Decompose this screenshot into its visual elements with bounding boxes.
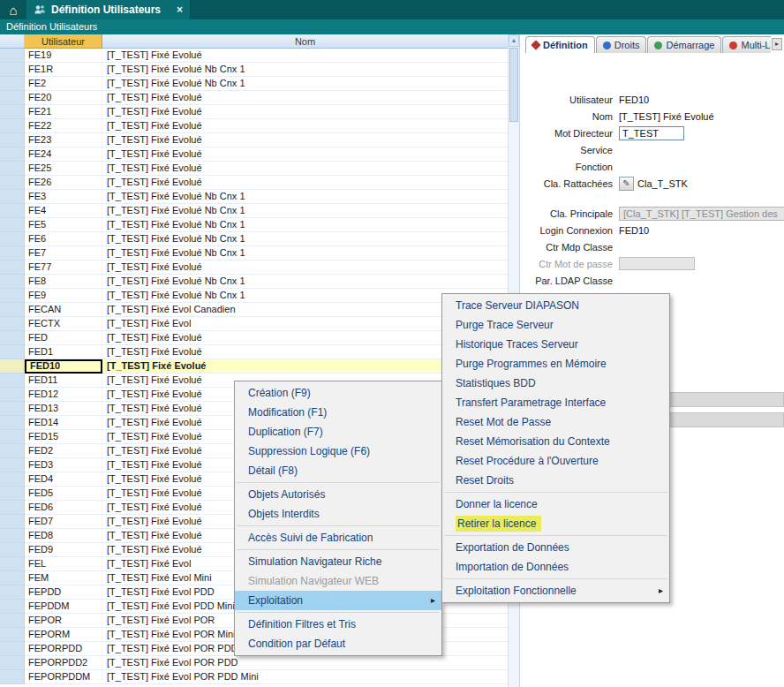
row-gutter[interactable]: [0, 529, 25, 543]
cell-utilisateur[interactable]: FED11: [25, 374, 102, 388]
cell-nom[interactable]: [T_TEST] Fixé Evol POR PDD: [102, 656, 508, 670]
row-gutter[interactable]: [0, 147, 25, 162]
row-gutter[interactable]: [0, 105, 25, 119]
row-gutter[interactable]: [0, 246, 25, 260]
table-row[interactable]: FE20[T_TEST] Fixé Evolué: [0, 91, 508, 105]
cell-nom[interactable]: [T_TEST] Fixé Evolué Nb Cnx 1: [102, 204, 508, 218]
cell-utilisateur[interactable]: FED: [25, 331, 102, 345]
field-input[interactable]: T_TEST: [619, 126, 684, 140]
row-gutter[interactable]: [0, 472, 25, 487]
row-gutter[interactable]: [0, 176, 25, 190]
row-gutter[interactable]: [0, 49, 25, 63]
row-gutter[interactable]: [0, 359, 25, 374]
cell-utilisateur[interactable]: FE20: [25, 91, 102, 105]
menu-item[interactable]: Exploitation Fonctionnelle▸: [442, 581, 669, 600]
cell-utilisateur[interactable]: FE3: [25, 190, 102, 204]
row-gutter[interactable]: [0, 77, 25, 91]
row-gutter[interactable]: [0, 119, 25, 133]
table-row[interactable]: FE25[T_TEST] Fixé Evolué: [0, 162, 508, 176]
table-row[interactable]: FE77[T_TEST] Fixé Evolué: [0, 260, 508, 275]
home-button[interactable]: ⌂: [0, 0, 26, 19]
row-gutter[interactable]: [0, 374, 25, 388]
cell-utilisateur[interactable]: FE6: [25, 232, 102, 246]
cell-nom[interactable]: [T_TEST] Fixé Evolué: [102, 119, 508, 133]
menu-item[interactable]: Retirer la licence: [442, 514, 669, 533]
cell-nom[interactable]: [T_TEST] Fixé Evolué: [102, 147, 508, 162]
row-gutter[interactable]: [0, 458, 25, 472]
menu-item[interactable]: Statistiques BDD: [442, 374, 669, 393]
row-gutter[interactable]: [0, 218, 25, 232]
row-gutter[interactable]: [0, 317, 25, 331]
menu-item[interactable]: Transfert Parametrage Interface: [442, 393, 669, 412]
row-gutter[interactable]: [0, 133, 25, 147]
cell-utilisateur[interactable]: FE77: [25, 260, 102, 275]
scroll-up-icon[interactable]: ▲: [509, 34, 519, 47]
window-tab[interactable]: Définition Utilisateurs ×: [26, 0, 191, 19]
menu-item[interactable]: Condition par Défaut: [235, 634, 441, 653]
cell-utilisateur[interactable]: FEPDDM: [25, 600, 102, 614]
table-row[interactable]: FE3[T_TEST] Fixé Evolué Nb Cnx 1: [0, 190, 508, 204]
row-gutter[interactable]: [0, 557, 25, 571]
menu-item[interactable]: Duplication (F7): [235, 422, 441, 442]
menu-item[interactable]: Accès Suivi de Fabrication: [235, 528, 441, 547]
table-row[interactable]: FE4[T_TEST] Fixé Evolué Nb Cnx 1: [0, 204, 508, 218]
cell-utilisateur[interactable]: FE23: [25, 133, 102, 147]
menu-item[interactable]: Objets Interdits: [235, 504, 441, 524]
row-gutter[interactable]: [0, 628, 25, 642]
row-gutter[interactable]: [0, 232, 25, 246]
cell-utilisateur[interactable]: FE19: [25, 49, 102, 63]
table-row[interactable]: FE5[T_TEST] Fixé Evolué Nb Cnx 1: [0, 218, 508, 232]
row-gutter[interactable]: [0, 275, 25, 289]
tab-demarrage[interactable]: Démarrage: [647, 36, 721, 53]
table-row[interactable]: FECAN[T_TEST] Fixé Evol Canadien: [0, 303, 508, 317]
row-gutter[interactable]: [0, 487, 25, 501]
column-header-utilisateur[interactable]: Utilisateur: [25, 34, 102, 49]
row-gutter[interactable]: [0, 63, 25, 77]
cell-utilisateur[interactable]: FE21: [25, 105, 102, 119]
cell-utilisateur[interactable]: FED2: [25, 444, 102, 458]
cell-utilisateur[interactable]: FED4: [25, 472, 102, 487]
row-gutter[interactable]: [0, 656, 25, 670]
menu-item[interactable]: Reset Mémorisation du Contexte: [442, 432, 669, 451]
tab-definition[interactable]: Définition: [525, 36, 595, 53]
row-gutter[interactable]: [0, 260, 25, 275]
menu-item[interactable]: Simulation Navigateur Riche: [235, 552, 441, 571]
cell-nom[interactable]: [T_TEST] Fixé Evolué: [102, 176, 508, 190]
cell-utilisateur[interactable]: FE2: [25, 77, 102, 91]
cell-utilisateur[interactable]: FE8: [25, 275, 102, 289]
cell-utilisateur[interactable]: FEPORM: [25, 628, 102, 642]
table-row[interactable]: FEPORPDD2[T_TEST] Fixé Evol POR PDD: [0, 656, 508, 670]
row-gutter[interactable]: [0, 614, 25, 628]
cell-utilisateur[interactable]: FED9: [25, 543, 102, 557]
menu-item[interactable]: Détail (F8): [235, 461, 441, 480]
row-gutter[interactable]: [0, 303, 25, 317]
row-gutter[interactable]: [0, 289, 25, 303]
row-gutter[interactable]: [0, 204, 25, 218]
cell-utilisateur[interactable]: FE25: [25, 162, 102, 176]
menu-item[interactable]: Reset Droits: [442, 471, 669, 490]
table-row[interactable]: FE8[T_TEST] Fixé Evolué Nb Cnx 1: [0, 275, 508, 289]
table-row[interactable]: FE1R[T_TEST] Fixé Evolué Nb Cnx 1: [0, 63, 508, 77]
row-gutter[interactable]: [0, 543, 25, 557]
cell-nom[interactable]: [T_TEST] Fixé Evolué: [102, 260, 508, 275]
cell-nom[interactable]: [T_TEST] Fixé Evolué Nb Cnx 1: [102, 218, 508, 232]
cell-utilisateur[interactable]: FE26: [25, 176, 102, 190]
table-row[interactable]: FE6[T_TEST] Fixé Evolué Nb Cnx 1: [0, 232, 508, 246]
table-row[interactable]: FE24[T_TEST] Fixé Evolué: [0, 147, 508, 162]
menu-item[interactable]: Reset Procédure à l'Ouverture: [442, 451, 669, 471]
row-gutter[interactable]: [0, 515, 25, 529]
cell-utilisateur[interactable]: FECAN: [25, 303, 102, 317]
cell-nom[interactable]: [T_TEST] Fixé Evolué: [102, 91, 508, 105]
table-row[interactable]: FE7[T_TEST] Fixé Evolué Nb Cnx 1: [0, 246, 508, 260]
menu-item[interactable]: Purge Trace Serveur: [442, 315, 669, 335]
cell-utilisateur[interactable]: FED7: [25, 515, 102, 529]
menu-item[interactable]: Suppression Logique (F6): [235, 442, 441, 461]
cell-utilisateur[interactable]: FE9: [25, 289, 102, 303]
tab-multi-lang[interactable]: Multi-Lan: [722, 36, 771, 53]
cell-utilisateur[interactable]: FEM: [25, 571, 102, 585]
cell-utilisateur[interactable]: FE22: [25, 119, 102, 133]
menu-item[interactable]: Définition Filtres et Tris: [235, 615, 441, 634]
tab-droits[interactable]: Droits: [596, 36, 647, 53]
row-gutter[interactable]: [0, 670, 25, 684]
cell-utilisateur[interactable]: FED14: [25, 416, 102, 430]
